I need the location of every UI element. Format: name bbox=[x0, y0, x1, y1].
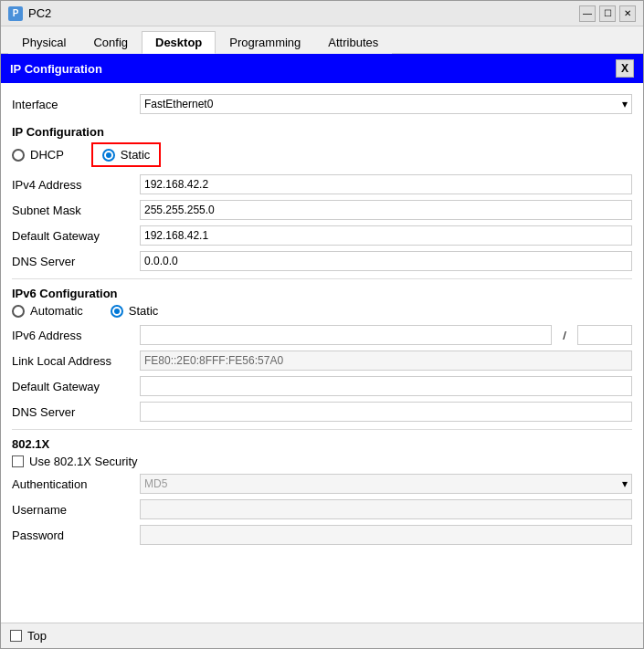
ipv4-address-field-wrap bbox=[140, 174, 632, 194]
default-gateway-field-wrap bbox=[140, 225, 632, 246]
link-local-row: Link Local Address bbox=[12, 351, 632, 371]
ip-config-title: IP Configuration bbox=[10, 62, 102, 76]
ipv6-automatic-radio[interactable] bbox=[12, 305, 25, 318]
ipv6-automatic-label: Automatic bbox=[30, 304, 83, 318]
ipv6-address-row: IPv6 Address / bbox=[12, 325, 632, 345]
window-controls: — ☐ ✕ bbox=[579, 5, 636, 22]
content-area: IP Configuration X Interface FastEtherne… bbox=[1, 54, 643, 623]
main-window: P PC2 — ☐ ✕ Physical Config Desktop Prog… bbox=[0, 0, 644, 649]
ipv6-static-option[interactable]: Static bbox=[111, 304, 159, 318]
ipv6-dns-row: DNS Server bbox=[12, 402, 632, 422]
username-label: Username bbox=[12, 503, 140, 517]
interface-dropdown-icon: ▾ bbox=[622, 98, 628, 110]
dns-server-input[interactable] bbox=[140, 251, 632, 271]
tab-desktop[interactable]: Desktop bbox=[142, 31, 216, 54]
default-gateway-label: Default Gateway bbox=[12, 229, 140, 243]
minimize-button[interactable]: — bbox=[579, 5, 596, 22]
static-option[interactable]: Static bbox=[102, 148, 151, 162]
window-title: PC2 bbox=[28, 6, 51, 20]
app-icon: P bbox=[8, 6, 23, 21]
ipv6-gateway-input[interactable] bbox=[140, 376, 632, 396]
dns-server-field-wrap bbox=[140, 251, 632, 271]
ipv6-prefix-input[interactable] bbox=[577, 325, 632, 345]
ipv6-dns-label: DNS Server bbox=[12, 405, 140, 419]
username-input bbox=[140, 499, 632, 519]
8021x-section-title: 802.1X bbox=[12, 437, 632, 451]
ipv6-automatic-option[interactable]: Automatic bbox=[12, 304, 83, 318]
ipv6-section-title: IPv6 Configuration bbox=[12, 287, 632, 300]
ipv6-gateway-label: Default Gateway bbox=[12, 380, 140, 393]
ipv6-gateway-field-wrap bbox=[140, 376, 632, 396]
top-checkbox[interactable] bbox=[10, 630, 22, 642]
ipv4-ipv6-divider bbox=[12, 278, 632, 279]
ip-config-header: IP Configuration X bbox=[1, 54, 643, 83]
bottom-bar: Top bbox=[1, 623, 643, 648]
ipv6-addr-row: / bbox=[140, 325, 632, 345]
use-8021x-checkbox[interactable] bbox=[12, 455, 24, 467]
default-gateway-input[interactable] bbox=[140, 225, 632, 246]
static-radio[interactable] bbox=[102, 149, 115, 162]
ipv6-dns-input[interactable] bbox=[140, 402, 632, 422]
ipv6-static-label: Static bbox=[129, 304, 159, 318]
interface-label: Interface bbox=[12, 98, 140, 111]
link-local-field-wrap bbox=[140, 351, 632, 371]
tab-physical[interactable]: Physical bbox=[8, 31, 79, 54]
window-close-button[interactable]: ✕ bbox=[619, 5, 636, 22]
password-label: Password bbox=[12, 529, 140, 542]
ipv6-static-radio[interactable] bbox=[111, 305, 123, 318]
subnet-mask-input[interactable] bbox=[140, 200, 632, 220]
title-bar: P PC2 — ☐ ✕ bbox=[1, 1, 643, 26]
ipv6-address-label: IPv6 Address bbox=[12, 329, 140, 342]
interface-row: Interface FastEthernet0 ▾ bbox=[12, 90, 632, 118]
ipv4-radio-row: DHCP Static bbox=[12, 142, 632, 167]
ipv4-address-row: IPv4 Address bbox=[12, 174, 632, 194]
username-field-wrap bbox=[140, 499, 632, 519]
auth-row: Authentication MD5 ▾ bbox=[12, 474, 632, 494]
password-input bbox=[140, 525, 632, 545]
use-8021x-label: Use 802.1X Security bbox=[29, 455, 138, 468]
use-8021x-row: Use 802.1X Security bbox=[12, 455, 632, 468]
ipv4-address-label: IPv4 Address bbox=[12, 178, 140, 192]
ipv6-radio-row: Automatic Static bbox=[12, 304, 632, 318]
top-label: Top bbox=[27, 629, 47, 643]
dns-server-label: DNS Server bbox=[12, 255, 140, 268]
static-label: Static bbox=[121, 148, 151, 162]
interface-value: FastEthernet0 bbox=[144, 98, 213, 110]
auth-label: Authentication bbox=[12, 477, 140, 491]
auth-select[interactable]: MD5 ▾ bbox=[140, 474, 632, 494]
tab-attributes[interactable]: Attributes bbox=[314, 31, 392, 54]
ip-config-close-button[interactable]: X bbox=[616, 59, 634, 78]
tab-programming[interactable]: Programming bbox=[216, 31, 314, 54]
password-field-wrap bbox=[140, 525, 632, 545]
ipv6-address-field-wrap: / bbox=[140, 325, 632, 345]
subnet-mask-row: Subnet Mask bbox=[12, 200, 632, 220]
ipv6-dns-field-wrap bbox=[140, 402, 632, 422]
maximize-button[interactable]: ☐ bbox=[599, 5, 616, 22]
title-bar-left: P PC2 bbox=[8, 6, 51, 21]
link-local-input bbox=[140, 351, 632, 371]
subnet-mask-field-wrap bbox=[140, 200, 632, 220]
username-row: Username bbox=[12, 499, 632, 519]
default-gateway-row: Default Gateway bbox=[12, 225, 632, 246]
auth-dropdown-icon: ▾ bbox=[622, 477, 628, 490]
static-box: Static bbox=[91, 142, 162, 167]
link-local-label: Link Local Address bbox=[12, 354, 140, 368]
ipv6-address-input[interactable] bbox=[140, 325, 552, 345]
subnet-mask-label: Subnet Mask bbox=[12, 204, 140, 217]
interface-select[interactable]: FastEthernet0 ▾ bbox=[140, 94, 632, 114]
dhcp-option[interactable]: DHCP bbox=[12, 148, 64, 162]
auth-field-wrap: MD5 ▾ bbox=[140, 474, 632, 494]
ipv6-gateway-row: Default Gateway bbox=[12, 376, 632, 396]
ipv4-section-title: IP Configuration bbox=[12, 125, 632, 139]
auth-value: MD5 bbox=[144, 477, 167, 490]
password-row: Password bbox=[12, 525, 632, 545]
dns-server-row: DNS Server bbox=[12, 251, 632, 271]
ipv4-address-input[interactable] bbox=[140, 174, 632, 194]
tab-bar: Physical Config Desktop Programming Attr… bbox=[1, 26, 643, 54]
form-area: Interface FastEthernet0 ▾ IP Configurati… bbox=[1, 83, 643, 558]
tab-config[interactable]: Config bbox=[79, 31, 142, 54]
dhcp-label: DHCP bbox=[30, 148, 64, 162]
dhcp-radio[interactable] bbox=[12, 149, 25, 162]
ipv6-8021x-divider bbox=[12, 429, 632, 430]
ipv6-slash: / bbox=[555, 329, 574, 342]
